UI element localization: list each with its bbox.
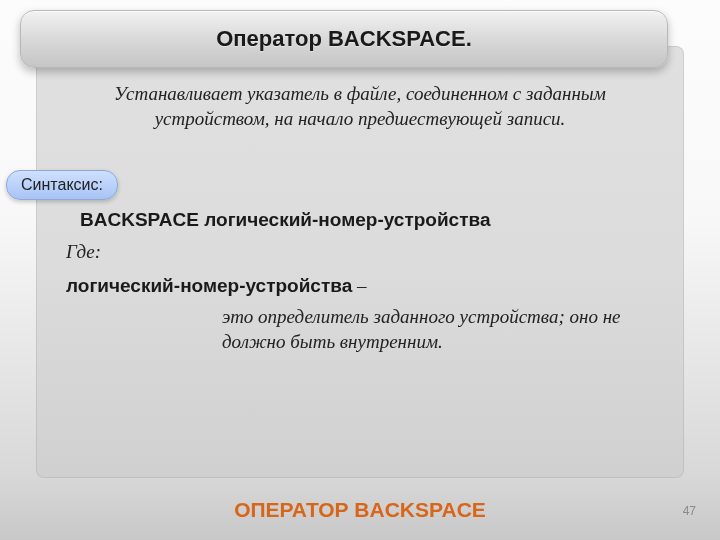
title-banner: Оператор BACKSPACE.: [20, 10, 668, 68]
syntax-line: BACKSPACE логический-номер-устройства: [80, 209, 660, 231]
param-name: логический-номер-устройства –: [66, 275, 660, 297]
content-panel: Устанавливает указатель в файле, соедине…: [36, 46, 684, 478]
syntax-label-pill: Синтаксис:: [6, 170, 118, 200]
slide-title: Оператор BACKSPACE.: [216, 26, 472, 52]
param-name-text: логический-номер-устройства: [66, 275, 352, 296]
param-description: это определитель заданного устройства; о…: [222, 305, 660, 354]
param-dash: –: [352, 275, 366, 296]
footer-title: ОПЕРАТОР BACKSPACE: [0, 498, 720, 522]
page-number: 47: [683, 504, 696, 518]
where-label: Где:: [66, 241, 660, 263]
operator-description: Устанавливает указатель в файле, соедине…: [60, 82, 660, 131]
